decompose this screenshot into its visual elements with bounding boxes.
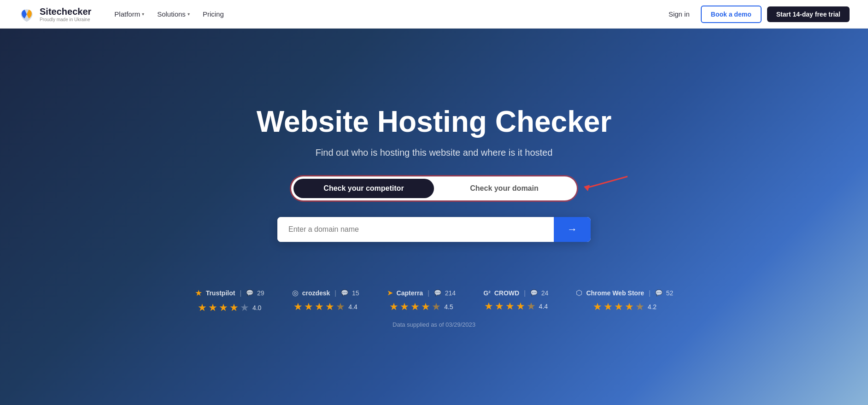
review-chrome-store: ⬡ Chrome Web Store | 💬 52 ★ ★ ★ ★ ★ 4.2	[576, 288, 673, 313]
logo-icon	[18, 6, 35, 23]
crozdesk-count: 15	[352, 289, 359, 297]
g2crowd-count: 24	[541, 289, 549, 297]
chrome-store-icon: ⬡	[576, 288, 582, 297]
chevron-down-icon: ▾	[142, 12, 144, 17]
data-note: Data supplied as of 03/29/2023	[393, 321, 475, 328]
reviews-section: ★ Trustpilot | 💬 29 ★ ★ ★ ★ ★ 4.0 ◎ croz…	[195, 288, 674, 314]
trustpilot-rating: 4.0	[252, 304, 261, 311]
hero-subtitle: Find out who is hosting this website and…	[316, 147, 553, 158]
trustpilot-count: 29	[257, 289, 264, 297]
capterra-rating: 4.5	[444, 303, 453, 311]
tab-toggle: Check your competitor Check your domain	[291, 176, 577, 200]
navbar-left: Sitechecker Proudly made in Ukraine Plat…	[18, 6, 229, 23]
review-crozdesk: ◎ crozdesk | 💬 15 ★ ★ ★ ★ ★ 4.4	[292, 288, 359, 313]
start-trial-button[interactable]: Start 14-day free trial	[767, 6, 850, 22]
book-demo-button[interactable]: Book a demo	[701, 6, 762, 23]
chrome-store-count: 52	[666, 289, 674, 297]
capterra-stars: ★ ★ ★ ★ ★ 4.5	[389, 301, 453, 313]
comment-icon: 💬	[530, 289, 538, 296]
arrow-right-icon: →	[567, 223, 577, 235]
nav-links: Platform ▾ Solutions ▾ Pricing	[110, 7, 228, 21]
sign-in-link[interactable]: Sign in	[663, 7, 695, 21]
logo[interactable]: Sitechecker Proudly made in Ukraine	[18, 6, 91, 23]
svg-line-0	[586, 176, 628, 188]
nav-pricing[interactable]: Pricing	[198, 7, 229, 21]
crozdesk-rating: 4.4	[348, 303, 357, 311]
crozdesk-label: crozdesk	[302, 289, 330, 297]
chrome-store-stars: ★ ★ ★ ★ ★ 4.2	[593, 301, 657, 313]
nav-solutions[interactable]: Solutions ▾	[152, 7, 194, 21]
crozdesk-icon: ◎	[292, 288, 299, 297]
logo-tagline: Proudly made in Ukraine	[40, 17, 91, 22]
g2crowd-stars: ★ ★ ★ ★ ★ 4.4	[484, 300, 548, 312]
capterra-icon: ➤	[387, 288, 393, 297]
check-competitor-tab[interactable]: Check your competitor	[293, 179, 434, 198]
review-capterra: ➤ Capterra | 💬 214 ★ ★ ★ ★ ★ 4.5	[387, 288, 456, 313]
toggle-wrapper: Check your competitor Check your domain	[291, 176, 577, 210]
capterra-count: 214	[445, 289, 456, 297]
comment-icon: 💬	[655, 289, 663, 296]
search-box: →	[277, 217, 591, 242]
chevron-down-icon: ▾	[188, 12, 190, 17]
trustpilot-stars: ★ ★ ★ ★ ★ 4.0	[198, 302, 261, 314]
annotation-arrow	[572, 172, 632, 200]
navbar: Sitechecker Proudly made in Ukraine Plat…	[0, 0, 868, 29]
nav-platform[interactable]: Platform ▾	[110, 7, 149, 21]
chrome-store-label: Chrome Web Store	[586, 289, 644, 297]
review-trustpilot: ★ Trustpilot | 💬 29 ★ ★ ★ ★ ★ 4.0	[195, 288, 264, 314]
comment-icon: 💬	[246, 289, 253, 296]
navbar-right: Sign in Book a demo Start 14-day free tr…	[663, 6, 850, 23]
capterra-label: Capterra	[397, 289, 423, 297]
logo-brand: Sitechecker	[40, 6, 91, 17]
comment-icon: 💬	[434, 289, 441, 296]
svg-marker-1	[584, 185, 590, 191]
check-domain-tab[interactable]: Check your domain	[434, 179, 575, 198]
comment-icon: 💬	[341, 289, 348, 296]
g2crowd-icon: G²	[483, 289, 491, 297]
crozdesk-stars: ★ ★ ★ ★ ★ 4.4	[293, 301, 357, 313]
review-g2crowd: G² CROWD | 💬 24 ★ ★ ★ ★ ★ 4.4	[483, 289, 548, 312]
domain-search-input[interactable]	[277, 217, 554, 242]
hero-section: Website Hosting Checker Find out who is …	[0, 29, 868, 405]
trustpilot-label: Trustpilot	[206, 289, 235, 297]
chrome-store-rating: 4.2	[648, 303, 657, 311]
g2crowd-label: CROWD	[494, 289, 519, 297]
search-submit-button[interactable]: →	[554, 217, 591, 242]
trustpilot-icon: ★	[195, 288, 202, 298]
hero-title: Website Hosting Checker	[257, 106, 612, 138]
g2crowd-rating: 4.4	[539, 303, 548, 310]
